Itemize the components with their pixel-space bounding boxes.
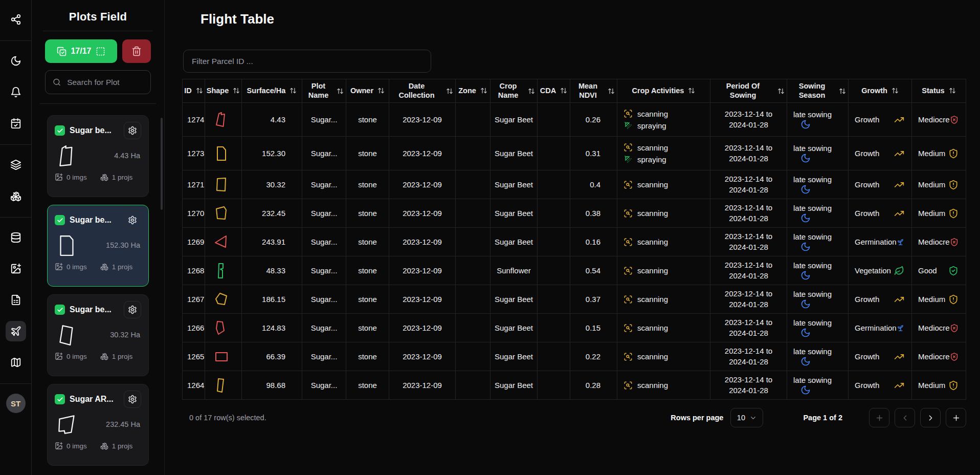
cell-zone <box>456 103 491 137</box>
table-row[interactable]: 1270232.45Sugar...stone2023-12-09Sugar B… <box>183 199 966 228</box>
trending-up-icon <box>894 380 904 391</box>
pagination-plus-button[interactable] <box>869 408 889 427</box>
cell-sowing-season: late sowing <box>787 314 849 342</box>
pagination-chevron-left-button[interactable] <box>895 408 915 427</box>
rail-item-moon[interactable] <box>6 51 26 71</box>
column-header-plot_name[interactable]: Plot Name <box>302 79 346 103</box>
plot-settings-button[interactable] <box>124 301 141 318</box>
column-header-sowing_season[interactable]: Sowing Season <box>787 79 849 103</box>
rail-item-calendar-check[interactable] <box>6 113 26 134</box>
arrow-up-down-icon <box>528 88 535 95</box>
cell-sowing-season: late sowing <box>787 170 849 199</box>
cell-surface: 152.30 <box>242 137 302 170</box>
cell-crop-name: Sugar Beet <box>491 103 538 137</box>
plot-settings-button[interactable] <box>124 391 141 408</box>
cell-id: 1273 <box>183 137 205 170</box>
table-row[interactable]: 127130.32Sugar...stone2023-12-09Sugar Be… <box>183 170 966 199</box>
moon-icon <box>800 385 811 395</box>
arrow-up-down-icon <box>196 87 203 94</box>
plot-card[interactable]: Sugar be...30.32 Ha0 imgs1 projs <box>47 294 149 376</box>
table-row[interactable]: 1266124.83Sugar...stone2023-12-09Sugar B… <box>183 314 966 342</box>
select-all-button[interactable]: 17/17 <box>45 39 117 63</box>
plus-icon <box>952 414 961 422</box>
plot-shape <box>212 205 231 222</box>
column-header-period_of_sowing[interactable]: Period Of Sowing <box>710 79 787 103</box>
plot-card[interactable]: Sugar be...4.43 Ha0 imgs1 projs <box>47 115 149 197</box>
panel-title: Plots Field <box>32 10 164 24</box>
table-row[interactable]: 126498.68Sugar...stone2023-12-09Sugar Be… <box>183 371 966 400</box>
cell-cda <box>538 228 570 256</box>
rail-item-network[interactable] <box>6 9 26 30</box>
cell-surface: 4.43 <box>242 103 302 137</box>
moon-icon <box>800 356 811 366</box>
rail-item-database[interactable] <box>6 227 26 248</box>
shield-x-icon <box>950 115 959 125</box>
table-row[interactable]: 1273152.30Sugar...stone2023-12-09Sugar B… <box>183 137 966 170</box>
cell-mean-ndvi: 0.54 <box>570 256 617 285</box>
column-label: Sowing Season <box>789 82 835 100</box>
moon-icon <box>800 119 811 129</box>
shield-x-icon <box>950 237 959 247</box>
rows-per-page-select[interactable]: 10 <box>730 408 763 427</box>
cell-cda <box>538 371 570 400</box>
panel-scrollbar[interactable] <box>161 118 163 210</box>
table-row[interactable]: 126566.39Sugar...stone2023-12-09Sugar Be… <box>183 342 966 371</box>
column-header-status[interactable]: Status <box>912 79 966 103</box>
rail-item-image-plus[interactable] <box>6 258 26 279</box>
table-row[interactable]: 1267186.15Sugar...stone2023-12-09Sugar B… <box>183 285 966 314</box>
plot-checkbox[interactable] <box>55 394 65 404</box>
table-row[interactable]: 126848.33Sugar...stone2023-12-09Sunflowe… <box>183 256 966 285</box>
rail-item-file-text[interactable] <box>6 290 26 310</box>
panel-actions: 17/17 <box>45 39 151 63</box>
rail-item-layers[interactable] <box>6 155 26 175</box>
plot-shape <box>56 233 78 257</box>
shield-check-icon <box>948 266 959 276</box>
table-row[interactable]: 12744.43Sugar...stone2023-12-09Sugar Bee… <box>183 103 966 137</box>
cell-crop-name: Sugar Beet <box>491 228 538 256</box>
parcel-filter-input[interactable] <box>183 50 431 73</box>
rail-item-map[interactable] <box>6 352 26 373</box>
column-header-activities[interactable]: Crop Activities <box>617 79 710 103</box>
rail-item-plane[interactable] <box>6 321 26 341</box>
plot-card-title: Sugar AR... <box>70 395 119 404</box>
table-row[interactable]: 1269243.91Sugar...stone2023-12-09Sugar B… <box>183 228 966 256</box>
user-avatar[interactable]: ST <box>6 394 26 413</box>
cell-surface: 232.45 <box>242 199 302 228</box>
divider <box>43 31 153 31</box>
plot-checkbox[interactable] <box>55 125 65 136</box>
plot-settings-button[interactable] <box>124 122 141 139</box>
cell-date-collection: 2023-12-09 <box>389 137 456 170</box>
column-header-mean_ndvi[interactable]: Mean NDVI <box>570 79 617 103</box>
plot-card-body: 152.30 Ha <box>55 229 141 261</box>
column-header-zone[interactable]: Zone <box>456 79 491 103</box>
column-header-shape[interactable]: Shape <box>205 79 242 103</box>
plot-checkbox[interactable] <box>55 215 65 225</box>
plot-checkbox[interactable] <box>55 305 65 315</box>
column-header-cda[interactable]: CDA <box>538 79 570 103</box>
boxes-icon <box>100 263 108 271</box>
plot-search-input[interactable] <box>66 77 143 88</box>
projects-count: 1 projs <box>100 442 133 450</box>
rail-item-bell[interactable] <box>6 82 26 102</box>
delete-plots-button[interactable] <box>122 39 151 63</box>
rail-item-boxes[interactable] <box>6 186 26 206</box>
boxes-icon <box>100 352 108 360</box>
cell-sowing-season: late sowing <box>787 285 849 314</box>
plot-card[interactable]: Sugar be...152.30 Ha0 imgs1 projs <box>47 205 149 287</box>
chevron-right-icon <box>926 414 935 422</box>
cell-crop-activities: scanningspraying <box>617 103 710 137</box>
column-header-date_collection[interactable]: Date Collection <box>389 79 456 103</box>
pagination-chevron-right-button[interactable] <box>920 408 941 427</box>
column-header-crop_name[interactable]: Crop Name <box>491 79 538 103</box>
plot-card[interactable]: Sugar AR...232.45 Ha0 imgs1 projs <box>47 384 149 466</box>
cell-period-of-sowing: 2023-12-14 to 2024-01-28 <box>710 228 787 256</box>
pagination-plus-button[interactable] <box>946 408 966 427</box>
arrow-up-down-icon <box>892 87 899 94</box>
search-icon <box>53 77 61 87</box>
column-header-owner[interactable]: Owner <box>346 79 389 103</box>
column-header-id[interactable]: ID <box>183 79 205 103</box>
cell-date-collection: 2023-12-09 <box>389 285 456 314</box>
column-header-growth[interactable]: Growth <box>849 79 912 103</box>
column-header-surface[interactable]: Surface/Ha <box>242 79 302 103</box>
plot-settings-button[interactable] <box>124 211 141 229</box>
